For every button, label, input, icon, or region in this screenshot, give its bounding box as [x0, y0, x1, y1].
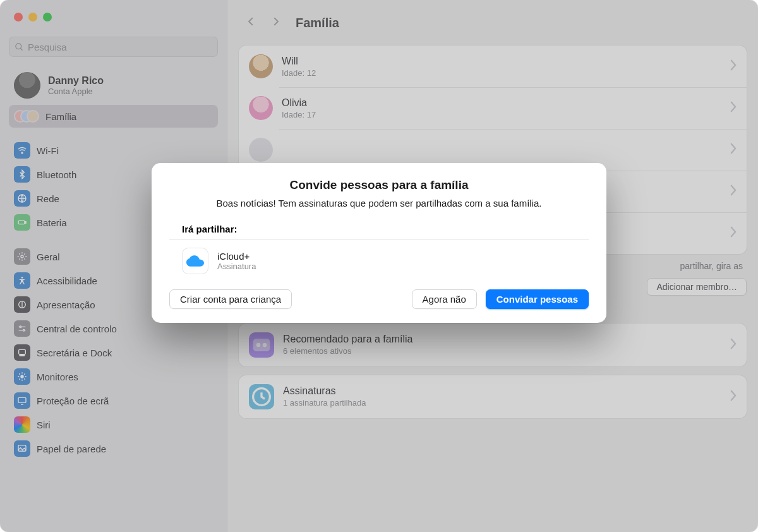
- share-item-name: iCloud+: [217, 251, 256, 262]
- not-now-button[interactable]: Agora não: [412, 289, 477, 309]
- share-item-row: iCloud+ Assinatura: [169, 240, 589, 278]
- dialog-container: Convide pessoas para a família Boas notí…: [0, 0, 758, 532]
- share-item-sub: Assinatura: [217, 262, 256, 271]
- dialog-share-label: Irá partilhar:: [169, 224, 589, 240]
- create-child-account-button[interactable]: Criar conta para criança: [169, 289, 292, 309]
- invite-people-button[interactable]: Convidar pessoas: [486, 289, 589, 309]
- icloud-icon: [182, 248, 208, 274]
- dialog-message: Boas notícias! Tem assinaturas que podem…: [169, 197, 589, 210]
- invite-family-dialog: Convide pessoas para a família Boas notí…: [152, 163, 606, 323]
- system-settings-window: Pesquisa Danny Rico Conta Apple Família …: [0, 0, 758, 532]
- dialog-title: Convide pessoas para a família: [169, 178, 589, 192]
